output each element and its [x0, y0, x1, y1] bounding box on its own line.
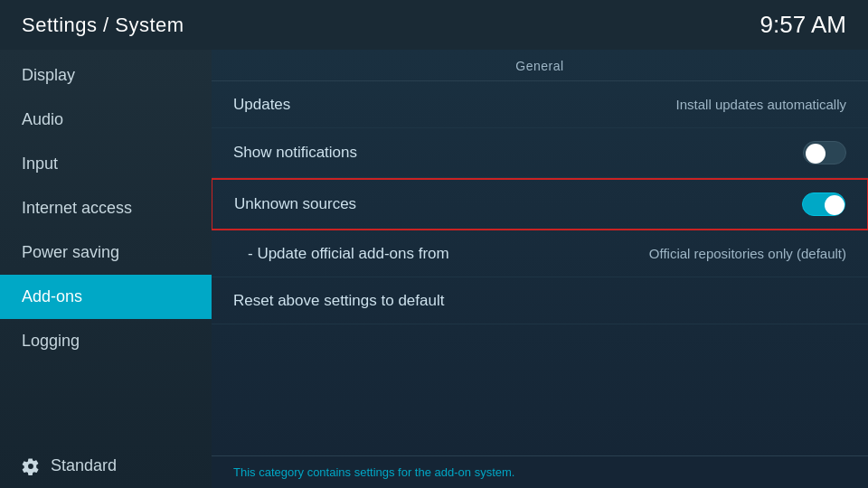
sidebar-item-display[interactable]: Display [0, 53, 212, 98]
content-area: General Updates Install updates automati… [212, 50, 868, 488]
sidebar-item-label-display: Display [22, 66, 75, 85]
show-notifications-label: Show notifications [233, 144, 357, 162]
reset-label: Reset above settings to default [233, 292, 444, 310]
sidebar-item-label-input: Input [22, 155, 58, 174]
gear-icon [22, 457, 40, 475]
sidebar: Display Audio Input Internet access Powe… [0, 50, 212, 488]
content-footer: This category contains settings for the … [212, 455, 868, 488]
settings-row-update-official-addons[interactable]: - Update official add-ons from Official … [212, 230, 868, 277]
settings-row-reset[interactable]: Reset above settings to default [212, 277, 868, 324]
updates-label: Updates [233, 96, 290, 114]
clock: 9:57 AM [760, 11, 846, 39]
settings-list: Updates Install updates automatically Sh… [212, 81, 868, 455]
sidebar-item-internet-access[interactable]: Internet access [0, 186, 212, 230]
unknown-sources-label: Unknown sources [234, 195, 356, 213]
sidebar-item-add-ons[interactable]: Add-ons [0, 275, 212, 319]
sidebar-footer[interactable]: Standard [0, 444, 212, 488]
update-official-addons-value: Official repositories only (default) [649, 246, 846, 261]
sidebar-item-label-logging: Logging [22, 332, 80, 351]
sidebar-item-logging[interactable]: Logging [0, 319, 212, 363]
toggle-knob-unknown [825, 195, 844, 215]
sidebar-item-label-audio: Audio [22, 110, 63, 129]
sidebar-item-power-saving[interactable]: Power saving [0, 230, 212, 275]
sidebar-item-label-add-ons: Add-ons [22, 287, 82, 306]
sidebar-item-label-power-saving: Power saving [22, 243, 119, 262]
settings-row-updates[interactable]: Updates Install updates automatically [212, 81, 868, 128]
unknown-sources-toggle[interactable] [802, 192, 845, 216]
sidebar-footer-label: Standard [51, 456, 117, 475]
sidebar-item-input[interactable]: Input [0, 142, 212, 186]
show-notifications-toggle[interactable] [803, 141, 846, 164]
update-official-addons-label: - Update official add-ons from [248, 245, 449, 263]
updates-value: Install updates automatically [676, 97, 846, 112]
settings-row-show-notifications[interactable]: Show notifications [212, 128, 868, 178]
page-title: Settings / System [22, 14, 184, 37]
header: Settings / System 9:57 AM [0, 0, 868, 50]
section-header: General [212, 50, 868, 81]
settings-row-unknown-sources[interactable]: Unknown sources [212, 178, 868, 230]
main-layout: Display Audio Input Internet access Powe… [0, 50, 868, 488]
toggle-knob [806, 144, 826, 164]
sidebar-item-label-internet-access: Internet access [22, 199, 132, 218]
sidebar-item-audio[interactable]: Audio [0, 98, 212, 142]
